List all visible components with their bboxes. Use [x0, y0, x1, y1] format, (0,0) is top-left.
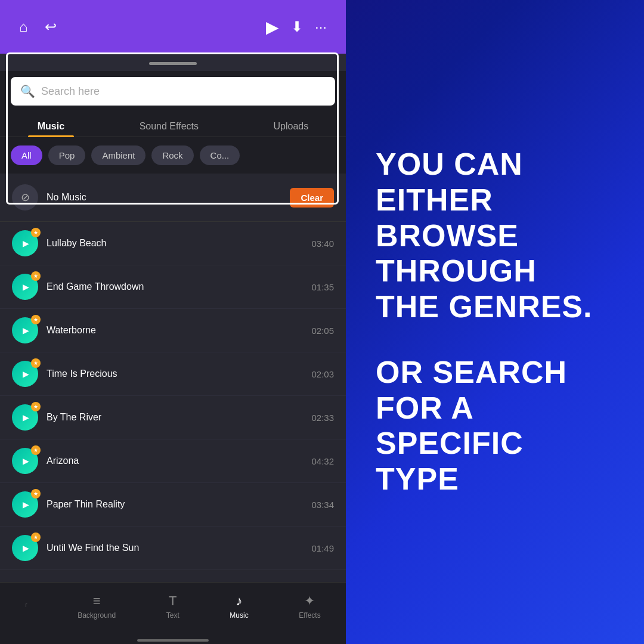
track-duration-4: 02:33 [311, 413, 334, 423]
nav-effects-label: Effects [299, 611, 320, 620]
pill-handle [149, 62, 197, 65]
nav-item-music[interactable]: ♪ Music [230, 593, 248, 620]
list-item[interactable]: ▶ Arizona 04:32 [0, 439, 346, 483]
genre-ambient[interactable]: Ambient [91, 145, 145, 165]
tabs-container: Music Sound Effects Uploads [0, 112, 346, 137]
nav-item-r[interactable]: r [25, 602, 27, 611]
track-icon-7: ▶ [12, 535, 38, 561]
track-name-2: Waterborne [47, 325, 96, 336]
track-icon-4: ▶ [12, 404, 38, 431]
nav-background-label: Background [78, 611, 116, 620]
download-icon[interactable]: ⬇ [291, 18, 303, 35]
text-nav-icon: T [169, 593, 177, 609]
track-icon-5: ▶ [12, 448, 38, 474]
list-item[interactable]: ▶ Until We Find the Sun 01:49 [0, 527, 346, 570]
no-music-icon: ⊘ [12, 184, 38, 210]
list-item[interactable]: ▶ Paper Thin Reality 03:34 [0, 483, 346, 527]
list-item[interactable]: ▶ Time Is Precious 02:03 [0, 352, 346, 396]
tab-music[interactable]: Music [28, 116, 74, 137]
tab-uploads[interactable]: Uploads [264, 116, 318, 137]
home-indicator [0, 636, 346, 644]
clear-button[interactable]: Clear [290, 188, 334, 208]
list-item[interactable]: ▶ By The River 02:33 [0, 396, 346, 439]
no-music-left: ⊘ No Music [12, 184, 86, 210]
track-duration-5: 04:32 [311, 456, 334, 466]
track-icon-6: ▶ [12, 491, 38, 518]
top-bar: ⌂ ↩ ▶ ⬇ ··· [0, 0, 346, 54]
nav-item-background[interactable]: ≡ Background [78, 593, 116, 620]
track-name-7: Until We Find the Sun [47, 543, 139, 553]
nav-r-icon: r [25, 602, 27, 608]
play-icon[interactable]: ▶ [266, 17, 279, 37]
top-bar-left-icons: ⌂ ↩ [19, 18, 57, 35]
track-duration-7: 01:49 [311, 543, 334, 553]
home-bar [137, 639, 209, 642]
search-icon: 🔍 [20, 84, 35, 98]
track-icon-1: ▶ [12, 274, 38, 300]
tab-sound-effects[interactable]: Sound Effects [130, 116, 208, 137]
genre-all[interactable]: All [11, 145, 42, 165]
track-name-6: Paper Thin Reality [47, 499, 125, 510]
nav-text-label: Text [166, 611, 179, 620]
music-icon: ♪ [236, 593, 242, 609]
right-panel: YOU CAN EITHER BROWSE THROUGH THE GENRES… [346, 0, 644, 644]
track-name-4: By The River [47, 412, 101, 423]
instruction-text-2: OR SEARCH FOR A SPECIFIC TYPE [376, 355, 614, 497]
list-item[interactable]: ▶ Lullaby Beach 03:40 [0, 222, 346, 265]
search-bar[interactable]: 🔍 Search here [11, 77, 335, 106]
music-list: ⊘ No Music Clear ▶ Lullaby Beach 03:40 ▶… [0, 174, 346, 582]
track-duration-1: 01:35 [311, 282, 334, 292]
search-placeholder: Search here [41, 85, 326, 98]
more-icon[interactable]: ··· [315, 18, 327, 35]
nav-music-label: Music [230, 611, 248, 620]
track-name-0: Lullaby Beach [47, 238, 107, 249]
genre-filters: All Pop Ambient Rock Co... [0, 137, 346, 174]
track-duration-6: 03:34 [311, 500, 334, 510]
nav-item-text[interactable]: T Text [166, 593, 179, 620]
search-container: 🔍 Search here [0, 71, 346, 112]
no-music-label: No Music [47, 192, 86, 203]
genre-pop[interactable]: Pop [48, 145, 86, 165]
instruction-text-1: YOU CAN EITHER BROWSE THROUGH THE GENRES… [376, 147, 614, 325]
pill-handle-container [0, 54, 346, 71]
top-bar-right-icons: ▶ ⬇ ··· [266, 17, 327, 37]
list-item[interactable]: ▶ End Game Throwdown 01:35 [0, 265, 346, 309]
track-duration-2: 02:05 [311, 326, 334, 336]
track-icon-3: ▶ [12, 361, 38, 387]
track-name-1: End Game Throwdown [47, 281, 144, 292]
genre-rock[interactable]: Rock [151, 145, 193, 165]
track-duration-3: 02:03 [311, 369, 334, 379]
bottom-nav: r ≡ Background T Text ♪ Music ✦ Effects [0, 582, 346, 636]
nav-item-effects[interactable]: ✦ Effects [299, 593, 320, 620]
effects-icon: ✦ [304, 593, 315, 609]
track-icon-2: ▶ [12, 317, 38, 343]
phone-content: 🔍 Search here Music Sound Effects Upload… [0, 54, 346, 644]
left-panel: ⌂ ↩ ▶ ⬇ ··· 🔍 Search here Music Soun [0, 0, 346, 644]
track-name-5: Arizona [47, 456, 79, 466]
list-item[interactable]: ▶ Waterborne 02:05 [0, 309, 346, 352]
track-name-3: Time Is Precious [47, 369, 117, 379]
track-duration-0: 03:40 [311, 239, 334, 249]
home-icon[interactable]: ⌂ [19, 18, 28, 35]
no-music-row[interactable]: ⊘ No Music Clear [0, 174, 346, 222]
track-icon-0: ▶ [12, 230, 38, 256]
background-icon: ≡ [93, 593, 101, 609]
genre-co[interactable]: Co... [200, 145, 240, 165]
back-icon[interactable]: ↩ [45, 18, 57, 35]
